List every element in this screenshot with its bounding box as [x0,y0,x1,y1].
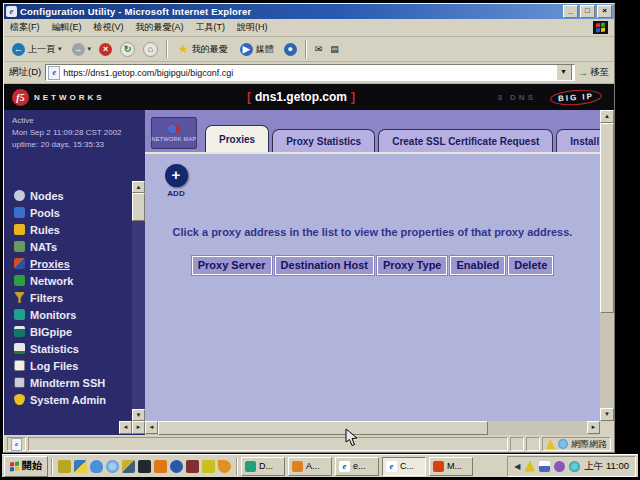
refresh-button[interactable]: ↻ [118,40,137,59]
scrollbar-thumb[interactable] [132,193,145,221]
tray-icon-2[interactable] [539,461,550,472]
media-button[interactable]: ▶ 媒體 [236,41,278,58]
quick-launch-icon-5[interactable] [122,460,135,473]
quick-launch-icon-8[interactable] [170,460,183,473]
maximize-button[interactable]: □ [580,5,595,18]
task-window-button-2[interactable]: A... [288,457,332,476]
scrollbar-thumb[interactable] [158,421,488,435]
f5-logo-icon: f5 [12,89,29,106]
sidebar-item-network[interactable]: Network [14,272,132,289]
scroll-left-icon[interactable]: ◄ [145,421,158,434]
back-button[interactable]: ← 上一頁 ▾ [8,41,66,58]
scroll-up-icon[interactable]: ▲ [600,110,614,123]
sidebar-item-bigpipe[interactable]: BIGpipe [14,323,132,340]
scrollbar-track[interactable] [488,421,587,435]
menu-file[interactable]: 檔案(F) [10,21,40,34]
tab-install-ssl-certificate[interactable]: Install SSL Certifi [556,129,600,152]
task-window-button-5[interactable]: M... [429,457,473,476]
quick-launch-icon-9[interactable] [186,460,199,473]
quick-launch-icon-3[interactable] [90,460,103,473]
status-segment [526,437,540,451]
task-window-button-1[interactable]: D... [241,457,285,476]
scrollbar-track[interactable] [132,221,145,409]
tray-icon-4[interactable] [569,461,580,472]
menu-view[interactable]: 檢視(V) [94,21,124,34]
sidebar-item-nodes[interactable]: Nodes [14,187,132,204]
add-icon[interactable]: + [165,164,188,187]
main-horizontal-scrollbar[interactable]: ◄ ► [145,421,600,435]
tab-proxies[interactable]: Proxies [205,125,269,152]
vertical-scrollbar[interactable]: ▲ ▼ [600,110,614,421]
status-zone-segment: 網際網路 [542,437,611,451]
menu-edit[interactable]: 編輯(E) [52,21,82,34]
sidebar-scrollbar[interactable]: ▲ ▼ [132,181,145,421]
forward-button[interactable]: → ▾ [70,41,94,58]
sidebar-item-filters[interactable]: Filters [14,289,132,306]
menu-tools[interactable]: 工具(T) [196,21,226,34]
sidebar-item-mindterm-ssh[interactable]: Mindterm SSH [14,374,132,391]
window-title: Configuration Utility - Microsoft Intern… [20,6,563,17]
tray-icon-3[interactable] [554,461,565,472]
sidebar-item-rules[interactable]: Rules [14,221,132,238]
quick-launch-icon-1[interactable] [58,460,71,473]
sidebar-item-label: NATs [30,241,57,253]
address-url[interactable]: https://dns1.getop.com/bigipgui/bigconf.… [63,68,552,78]
address-dropdown-icon[interactable]: ▼ [556,64,572,81]
tab-create-ssl-certificate-request[interactable]: Create SSL Certificate Request [378,129,553,152]
hostname: [dns1.getop.com] [105,90,498,104]
tray-chevron-icon[interactable]: ◀ [514,462,520,471]
scroll-down-icon[interactable]: ▼ [600,408,614,421]
back-dropdown-icon[interactable]: ▾ [58,45,62,53]
quick-launch-icon-10[interactable] [202,460,215,473]
media-icon: ▶ [240,43,253,56]
mail-button[interactable]: ✉ [313,42,325,56]
stop-button[interactable]: × [97,41,114,58]
scroll-up-icon[interactable]: ▲ [132,181,145,193]
scroll-right-icon[interactable]: ► [587,421,600,434]
sidebar-item-statistics[interactable]: Statistics [14,340,132,357]
quick-launch-icon-4[interactable] [106,460,119,473]
quick-launch-icon-7[interactable] [154,460,167,473]
scrollbar-track[interactable] [600,313,614,408]
minimize-button[interactable]: _ [563,5,578,18]
menu-help[interactable]: 說明(H) [237,21,268,34]
column-proxy-server: Proxy Server [192,256,272,275]
sidebar-item-proxies[interactable]: Proxies [14,255,132,272]
sidebar-item-pools[interactable]: Pools [14,204,132,221]
quick-launch-icon-6[interactable] [138,460,151,473]
start-button[interactable]: 開始 [4,456,48,477]
tab-proxy-statistics[interactable]: Proxy Statistics [272,129,375,152]
go-button[interactable]: → 移至 [579,66,610,79]
task-window-button-3[interactable]: e e... [335,457,379,476]
sidebar-item-label: Pools [30,207,60,219]
task-window-button-configuration-utility[interactable]: e C... [382,457,426,476]
home-icon: ⌂ [143,42,158,57]
add-proxy-button[interactable]: + ADD [161,164,191,198]
tray-icon-1[interactable] [524,461,535,472]
sidebar-horizontal-scrollbar[interactable]: ◄ ► [4,421,145,435]
scroll-down-icon[interactable]: ▼ [132,409,145,421]
quick-launch-icon-2[interactable] [74,460,87,473]
menu-bar: 檔案(F) 編輯(E) 檢視(V) 我的最愛(A) 工具(T) 說明(H) [4,19,614,37]
scrollbar-thumb[interactable] [600,123,614,313]
favorites-button[interactable]: ★ 我的最愛 [174,41,232,58]
menu-favorites[interactable]: 我的最愛(A) [136,21,184,34]
quick-launch-icon-11[interactable] [218,460,231,473]
network-map-button[interactable]: NETWORK MAP [151,117,197,149]
product-bigip[interactable]: BIG IP [550,88,603,107]
history-button[interactable]: ● [282,41,299,58]
close-button[interactable]: × [597,5,612,18]
print-button[interactable]: ▤ [328,42,341,56]
sidebar-item-log-files[interactable]: Log Files [14,357,132,374]
home-button[interactable]: ⌂ [141,40,160,59]
forward-dropdown-icon[interactable]: ▾ [88,45,92,53]
status-message-segment [28,437,508,451]
address-input[interactable]: e https://dns1.getop.com/bigipgui/bigcon… [45,64,574,81]
sidebar-item-system-admin[interactable]: System Admin [14,391,132,408]
sidebar-item-nats[interactable]: NATs [14,238,132,255]
product-3dns[interactable]: 3 DNS [497,93,536,102]
scroll-right-icon[interactable]: ► [132,421,145,434]
scroll-left-icon[interactable]: ◄ [119,421,132,434]
go-arrow-icon: → [579,67,589,78]
sidebar-item-monitors[interactable]: Monitors [14,306,132,323]
